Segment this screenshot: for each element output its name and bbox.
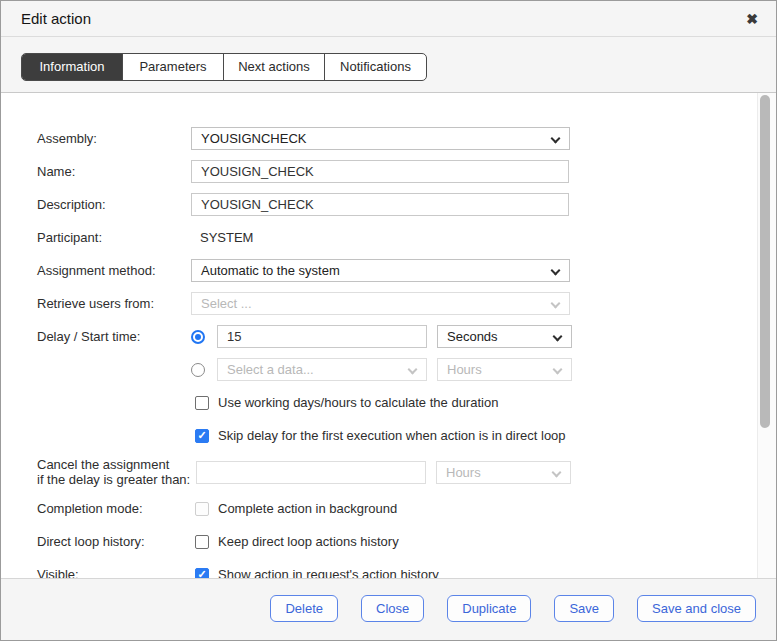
delay-data-radio[interactable] [191,363,205,377]
completion-mode-row: Completion mode: Complete action in back… [37,497,736,520]
tab-notifications[interactable]: Notifications [325,54,426,80]
assignment-method-select[interactable]: Automatic to the system [191,259,570,282]
visible-option-label: Show action in request's action history [218,567,439,578]
dialog-header: Edit action ✖ [1,1,776,37]
delete-button[interactable]: Delete [270,595,338,622]
retrieve-users-label: Retrieve users from: [37,296,191,311]
participant-row: Participant: SYSTEM [37,226,736,249]
completion-mode-label: Completion mode: [37,501,191,516]
delay-data-select-placeholder: Select a data... [227,362,314,377]
cancel-assignment-input [196,461,426,484]
delay-duration-input[interactable] [217,325,427,348]
delay-data-select: Select a data... [217,358,427,381]
assignment-method-label: Assignment method: [37,263,191,278]
assembly-row: Assembly: YOUSIGNCHECK [37,127,736,150]
assembly-select[interactable]: YOUSIGNCHECK [191,127,570,150]
assembly-select-value: YOUSIGNCHECK [201,131,306,146]
description-row: Description: [37,193,736,216]
chevron-down-icon [553,365,563,375]
delay-duration-unit-select[interactable]: Seconds [437,325,572,348]
description-input[interactable] [191,193,569,216]
dialog-footer: Delete Close Duplicate Save Save and clo… [1,578,776,641]
close-icon[interactable]: ✖ [746,12,758,26]
name-row: Name: [37,160,736,183]
delay-duration-radio[interactable] [191,330,205,344]
scrollbar-thumb[interactable] [760,95,770,428]
delay-duration-unit-value: Seconds [447,329,498,344]
assembly-label: Assembly: [37,131,191,146]
tab-parameters[interactable]: Parameters [123,54,224,80]
duplicate-button[interactable]: Duplicate [447,595,531,622]
save-and-close-button[interactable]: Save and close [637,595,756,622]
chevron-down-icon [552,467,562,477]
retrieve-users-select-placeholder: Select ... [201,296,252,311]
edit-action-dialog: Edit action ✖ Information Parameters Nex… [0,0,777,641]
information-panel: Assembly: YOUSIGNCHECK Name: Description… [1,93,776,578]
skip-delay-row: Skip delay for the first execution when … [37,424,736,447]
name-input[interactable] [191,160,569,183]
participant-label: Participant: [37,230,191,245]
delay-data-unit-select: Hours [437,358,572,381]
delay-duration-row: Delay / Start time: Seconds [37,325,736,348]
cancel-assignment-unit-select: Hours [436,461,571,484]
name-label: Name: [37,164,191,179]
direct-loop-option-label: Keep direct loop actions history [218,534,399,549]
skip-delay-label: Skip delay for the first execution when … [218,428,566,443]
participant-value: SYSTEM [191,230,253,245]
direct-loop-checkbox[interactable] [195,535,209,549]
completion-mode-checkbox [195,502,209,516]
chevron-down-icon [553,332,563,342]
delay-data-unit-value: Hours [447,362,482,377]
assignment-method-row: Assignment method: Automatic to the syst… [37,259,736,282]
tab-group: Information Parameters Next actions Noti… [21,53,427,81]
description-label: Description: [37,197,191,212]
retrieve-users-select: Select ... [191,292,570,315]
working-days-row: Use working days/hours to calculate the … [37,391,736,414]
chevron-down-icon [551,134,561,144]
tab-bar: Information Parameters Next actions Noti… [1,37,776,93]
dialog-title: Edit action [21,10,746,27]
skip-delay-checkbox[interactable] [195,429,209,443]
save-button[interactable]: Save [554,595,614,622]
working-days-checkbox[interactable] [195,396,209,410]
working-days-label: Use working days/hours to calculate the … [218,395,498,410]
completion-mode-option-label: Complete action in background [218,501,397,516]
visible-label: Visible: [37,567,191,578]
direct-loop-row: Direct loop history: Keep direct loop ac… [37,530,736,553]
assignment-method-select-value: Automatic to the system [201,263,340,278]
delay-label: Delay / Start time: [37,329,191,344]
retrieve-users-row: Retrieve users from: Select ... [37,292,736,315]
chevron-down-icon [408,365,418,375]
visible-row: Visible: Show action in request's action… [37,563,736,578]
chevron-down-icon [551,266,561,276]
direct-loop-label: Direct loop history: [37,534,191,549]
chevron-down-icon [551,299,561,309]
cancel-assignment-row: Cancel the assignment if the delay is gr… [37,457,736,487]
scrollbar-track[interactable] [757,93,776,578]
close-button[interactable]: Close [361,595,424,622]
tab-next-actions[interactable]: Next actions [224,54,325,80]
cancel-assignment-label: Cancel the assignment if the delay is gr… [37,457,191,487]
visible-checkbox[interactable] [195,568,209,579]
tab-information[interactable]: Information [22,54,123,80]
cancel-assignment-unit-value: Hours [446,465,481,480]
delay-data-row: Select a data... Hours [37,358,736,381]
